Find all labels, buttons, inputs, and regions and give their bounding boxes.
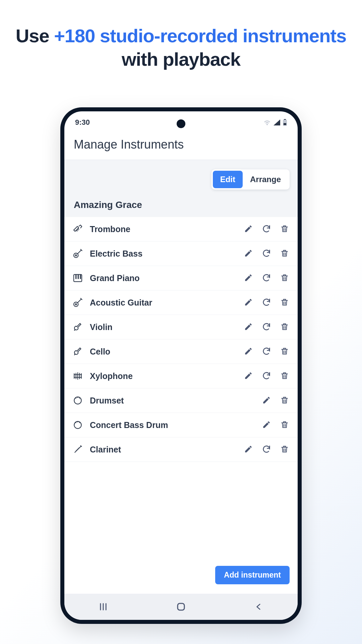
violin-icon (72, 322, 83, 332)
svg-rect-0 (284, 119, 286, 120)
instrument-row-cello: Cello (64, 339, 298, 364)
drum-icon (72, 395, 83, 406)
row-actions (243, 224, 290, 234)
delete-button[interactable] (280, 273, 290, 283)
trash-icon (280, 249, 289, 259)
edit-button[interactable] (243, 346, 253, 357)
delete-button[interactable] (280, 224, 290, 234)
pencil-icon (244, 224, 253, 234)
pencil-icon (262, 396, 271, 406)
row-actions (243, 298, 290, 308)
trash-icon (280, 371, 289, 381)
xylophone-icon (72, 371, 83, 381)
pencil-icon (244, 347, 253, 357)
drum-icon (72, 420, 83, 430)
back-button[interactable] (252, 600, 265, 613)
home-button[interactable] (174, 600, 188, 613)
status-time: 9:30 (75, 118, 90, 127)
edit-button[interactable] (243, 224, 253, 234)
segmented-control: Edit Arrange (212, 169, 290, 190)
delete-button[interactable] (280, 346, 290, 357)
trash-icon (280, 224, 289, 234)
delete-button[interactable] (280, 420, 290, 430)
instrument-row-concert-bass-drum: Concert Bass Drum (64, 413, 298, 437)
pencil-icon (262, 420, 271, 430)
sync-icon (262, 371, 271, 381)
delete-button[interactable] (280, 444, 290, 454)
delete-button[interactable] (280, 322, 290, 332)
instrument-name: Concert Bass Drum (90, 420, 255, 430)
sync-icon (262, 444, 271, 455)
sync-icon (262, 346, 271, 357)
sync-button[interactable] (261, 371, 272, 381)
row-actions (243, 371, 290, 381)
tab-arrange[interactable]: Arrange (243, 171, 288, 188)
add-bar: Add instrument (64, 558, 298, 594)
edit-button[interactable] (243, 371, 253, 381)
pencil-icon (244, 322, 253, 332)
delete-button[interactable] (280, 395, 290, 406)
pencil-icon (244, 249, 253, 259)
pencil-icon (244, 445, 253, 454)
tab-section: Edit Arrange Amazing Grace (64, 160, 298, 217)
instrument-name: Clarinet (90, 445, 237, 454)
promo-post: with playback (122, 49, 240, 70)
edit-button[interactable] (243, 249, 253, 259)
trash-icon (280, 273, 289, 283)
trumpet-icon (72, 224, 83, 234)
trash-icon (280, 445, 289, 454)
instrument-row-electric-bass: Electric Bass (64, 241, 298, 266)
instrument-row-violin: Violin (64, 315, 298, 339)
row-actions (243, 249, 290, 259)
delete-button[interactable] (280, 249, 290, 259)
sync-button[interactable] (261, 298, 272, 308)
edit-button[interactable] (243, 273, 253, 283)
battery-icon (283, 119, 287, 126)
promo-headline: Use +180 studio-recorded instruments wit… (0, 0, 362, 71)
trash-icon (280, 420, 289, 430)
edit-button[interactable] (243, 322, 253, 332)
android-nav-bar (64, 594, 298, 620)
svg-point-8 (74, 397, 81, 404)
instrument-name: Grand Piano (90, 273, 237, 283)
sync-button[interactable] (261, 322, 272, 332)
row-actions (243, 273, 290, 283)
delete-button[interactable] (280, 298, 290, 308)
svg-point-4 (75, 255, 77, 256)
sync-button[interactable] (261, 444, 272, 454)
instrument-row-grand-piano: Grand Piano (64, 266, 298, 290)
instrument-name: Acoustic Guitar (90, 298, 237, 308)
delete-button[interactable] (280, 371, 290, 381)
sync-icon (262, 224, 271, 234)
pencil-icon (244, 371, 253, 381)
instrument-name: Electric Bass (90, 249, 237, 259)
promo-accent: +180 studio-recorded instruments (54, 25, 346, 46)
clarinet-icon (72, 444, 83, 455)
instrument-list[interactable]: TromboneElectric BassGrand PianoAcoustic… (64, 217, 298, 558)
sync-button[interactable] (261, 346, 272, 357)
sync-button[interactable] (261, 224, 272, 234)
pencil-icon (244, 273, 253, 283)
row-actions (243, 346, 290, 357)
edit-button[interactable] (261, 395, 272, 406)
sync-icon (262, 249, 271, 259)
row-actions (261, 395, 290, 406)
instrument-row-acoustic-guitar: Acoustic Guitar (64, 290, 298, 315)
tab-edit[interactable]: Edit (213, 171, 243, 188)
camera-notch (177, 119, 185, 128)
add-instrument-button[interactable]: Add instrument (215, 566, 290, 584)
sync-button[interactable] (261, 273, 272, 283)
guitar-icon (72, 248, 83, 259)
guitar-icon (72, 297, 83, 308)
trash-icon (280, 322, 289, 332)
instrument-row-xylophone: Xylophone (64, 364, 298, 388)
instrument-name: Violin (90, 322, 237, 332)
wifi-icon (263, 119, 271, 125)
sync-button[interactable] (261, 249, 272, 259)
trash-icon (280, 396, 289, 406)
edit-button[interactable] (261, 420, 272, 430)
sync-icon (262, 322, 271, 332)
edit-button[interactable] (243, 298, 253, 308)
recents-button[interactable] (97, 600, 110, 613)
edit-button[interactable] (243, 444, 253, 454)
